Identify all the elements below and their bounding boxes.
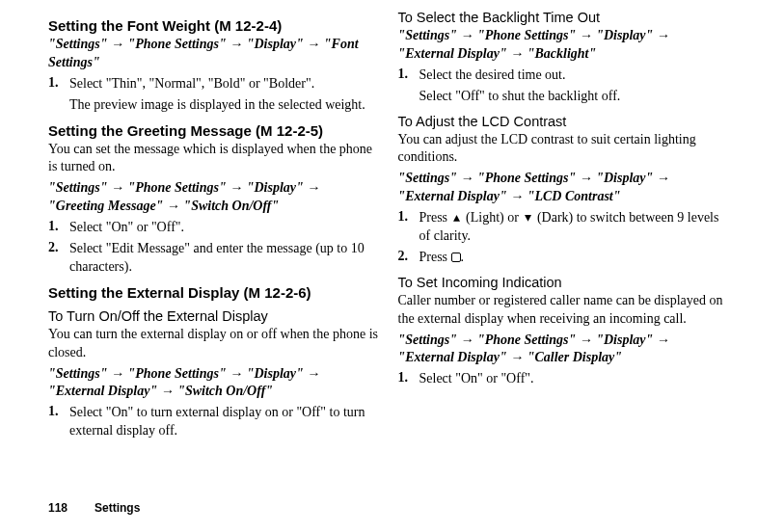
step-text: Select "On" to turn external display on … [69, 404, 379, 440]
heading-font-weight: Setting the Font Weight (M 12-2-4) [48, 17, 379, 34]
page-number: 118 [48, 501, 68, 515]
step-1: 1. Select "Thin", "Normal", "Bold" or "B… [48, 75, 379, 93]
menu-ref: (M 12-2-6) [239, 284, 311, 301]
path-backlight: "Settings" → "Phone Settings" → "Display… [398, 27, 729, 64]
step-text: Select "Edit Message" and enter the mess… [69, 240, 379, 277]
step-number: 2. [48, 240, 69, 277]
step-number: 1. [48, 75, 69, 93]
up-key-icon: ▴ [451, 209, 463, 227]
path-caller-display: "Settings" → "Phone Settings" → "Display… [398, 332, 729, 368]
text-fragment: (Light) or [463, 210, 523, 225]
step-text: Press . [419, 249, 465, 267]
heading-external-display: Setting the External Display (M 12-2-6) [48, 284, 379, 301]
step-1: 1. Select "On" or "Off". [48, 219, 379, 237]
down-key-icon: ▾ [522, 209, 533, 227]
subheading-turn-onoff: To Turn On/Off the External Display [48, 308, 379, 324]
content-columns: Setting the Font Weight (M 12-2-4) "Sett… [48, 10, 728, 443]
step-number: 1. [48, 404, 69, 440]
step-note: The preview image is displayed in the se… [69, 96, 379, 115]
intro-text: You can turn the external display on or … [48, 326, 379, 362]
intro-text: You can adjust the LCD contrast to suit … [398, 131, 729, 168]
step-text: Select the desired time out. [419, 66, 566, 85]
intro-text: Caller number or registered caller name … [398, 292, 729, 329]
text-fragment: Press [419, 250, 451, 264]
heading-text: Setting the External Display [48, 284, 239, 301]
menu-ref: (M 12-2-4) [210, 17, 282, 34]
step-number: 1. [48, 219, 69, 237]
text-fragment: . [461, 250, 465, 264]
path-greeting: "Settings" → "Phone Settings" → "Display… [48, 179, 379, 216]
menu-ref: (M 12-2-5) [252, 122, 323, 139]
step-text: Select "On" or "Off". [69, 219, 184, 237]
left-column: Setting the Font Weight (M 12-2-4) "Sett… [48, 10, 379, 443]
subheading-lcd-contrast: To Adjust the LCD Contrast [398, 114, 729, 129]
step-text: Select "On" or "Off". [419, 370, 534, 388]
subheading-backlight: To Select the Backlight Time Out [398, 10, 729, 25]
path-lcd-contrast: "Settings" → "Phone Settings" → "Display… [398, 170, 729, 206]
heading-text: Setting the Font Weight [48, 17, 210, 34]
path-font-settings: "Settings" → "Phone Settings" → "Display… [48, 36, 379, 72]
step-2: 2. Press . [398, 249, 729, 267]
intro-text: You can set the message which is display… [48, 141, 379, 177]
step-number: 1. [398, 209, 419, 246]
step-text: Press ▴ (Light) or ▾ (Dark) to switch be… [419, 209, 729, 246]
step-text: Select "Thin", "Normal", "Bold" or "Bold… [69, 75, 314, 93]
step-number: 2. [398, 249, 419, 267]
heading-greeting: Setting the Greeting Message (M 12-2-5) [48, 122, 379, 139]
page-footer: 118Settings [48, 501, 140, 515]
text-fragment: Press [419, 210, 451, 225]
footer-section: Settings [95, 501, 140, 515]
step-1: 1. Select the desired time out. [398, 66, 729, 85]
step-2: 2. Select "Edit Message" and enter the m… [48, 240, 379, 277]
step-1: 1. Select "On" to turn external display … [48, 404, 379, 440]
heading-text: Setting the Greeting Message [48, 122, 252, 139]
subheading-incoming: To Set Incoming Indication [398, 275, 729, 290]
center-key-icon [451, 253, 461, 262]
step-number: 1. [398, 66, 419, 85]
step-note: Select "Off" to shut the backlight off. [419, 88, 729, 106]
step-1: 1. Select "On" or "Off". [398, 370, 729, 388]
right-column: To Select the Backlight Time Out "Settin… [398, 10, 729, 443]
path-switch-onoff: "Settings" → "Phone Settings" → "Display… [48, 365, 379, 402]
step-1: 1. Press ▴ (Light) or ▾ (Dark) to switch… [398, 209, 729, 246]
step-number: 1. [398, 370, 419, 388]
